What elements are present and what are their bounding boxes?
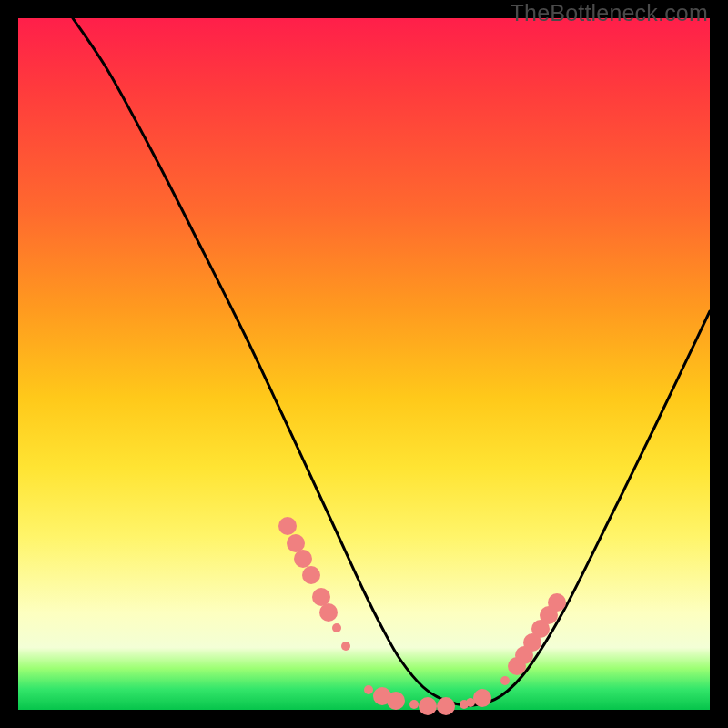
optimal-marker bbox=[419, 697, 437, 715]
bottleneck-curve bbox=[73, 18, 710, 705]
chart-svg bbox=[18, 18, 710, 710]
optimal-marker bbox=[278, 517, 297, 535]
optimal-marker bbox=[437, 697, 455, 715]
optimal-marker bbox=[312, 588, 330, 606]
optimal-marker bbox=[410, 700, 419, 709]
curve-layer bbox=[73, 18, 710, 705]
optimal-marker bbox=[500, 676, 510, 685]
optimal-marker bbox=[473, 689, 491, 707]
optimal-marker bbox=[341, 642, 350, 651]
chart-frame bbox=[18, 18, 710, 710]
optimal-marker bbox=[294, 550, 312, 568]
optimal-marker bbox=[302, 566, 320, 584]
optimal-marker bbox=[332, 623, 341, 632]
optimal-marker bbox=[287, 534, 305, 552]
optimal-marker bbox=[548, 593, 566, 612]
optimal-marker bbox=[387, 692, 405, 710]
optimal-marker bbox=[319, 603, 338, 622]
watermark-text: TheBottleneck.com bbox=[511, 0, 708, 26]
optimal-marker bbox=[364, 685, 373, 694]
